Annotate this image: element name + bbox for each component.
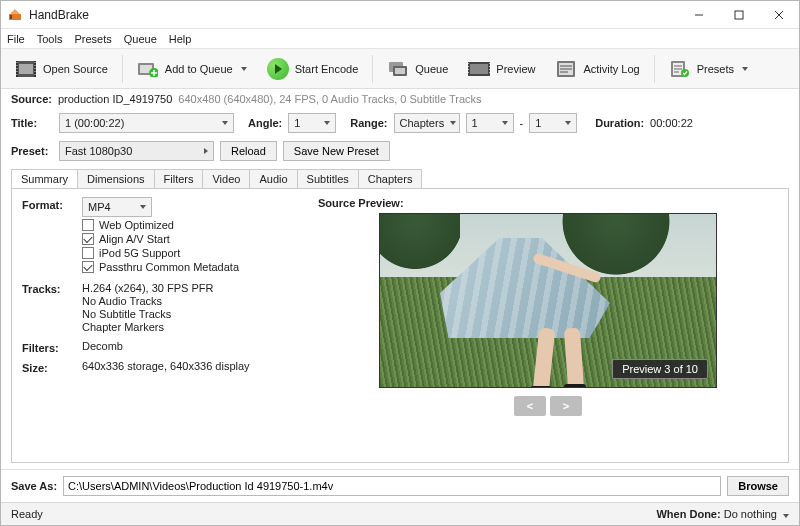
minimize-button[interactable] xyxy=(679,1,719,29)
queue-button[interactable]: Queue xyxy=(379,55,456,83)
size-value: 640x336 storage, 640x336 display xyxy=(82,360,302,372)
svg-rect-18 xyxy=(34,71,36,72)
when-done-select[interactable]: Do nothing xyxy=(724,508,789,520)
tab-summary[interactable]: Summary xyxy=(11,169,78,188)
toolbar: Open Source Add to Queue Start Encode Qu… xyxy=(1,49,799,89)
titlebar: HandBrake xyxy=(1,1,799,29)
when-done-label: When Done: xyxy=(656,508,720,520)
add-to-queue-button[interactable]: Add to Queue xyxy=(129,55,255,83)
activity-log-button[interactable]: Activity Log xyxy=(547,55,647,83)
checkbox-icon xyxy=(82,219,94,231)
align-av-label: Align A/V Start xyxy=(99,233,170,245)
duration-label: Duration: xyxy=(595,117,644,129)
range-sep: - xyxy=(520,117,524,129)
menu-help[interactable]: Help xyxy=(169,33,192,45)
duration-value: 00:00:22 xyxy=(650,117,693,129)
source-row: Source: production ID_4919750 640x480 (6… xyxy=(1,89,799,109)
svg-rect-35 xyxy=(489,72,490,73)
save-as-row: Save As: Browse xyxy=(1,469,799,502)
tracks-list: H.264 (x264), 30 FPS PFR No Audio Tracks… xyxy=(82,281,302,334)
angle-value: 1 xyxy=(294,117,300,129)
source-label: Source: xyxy=(11,93,52,105)
svg-rect-28 xyxy=(468,63,469,64)
preview-next-button[interactable]: > xyxy=(550,396,582,416)
align-av-start-checkbox[interactable]: Align A/V Start xyxy=(82,233,302,245)
preview-prev-button[interactable]: < xyxy=(514,396,546,416)
range-label: Range: xyxy=(350,117,387,129)
preset-select[interactable]: Fast 1080p30 xyxy=(59,141,214,161)
menu-queue[interactable]: Queue xyxy=(124,33,157,45)
tab-subtitles[interactable]: Subtitles xyxy=(297,169,359,188)
preview-icon xyxy=(468,58,490,80)
svg-rect-1 xyxy=(10,15,12,19)
tab-video[interactable]: Video xyxy=(202,169,250,188)
presets-icon xyxy=(669,58,691,80)
save-as-path-input[interactable] xyxy=(63,476,721,496)
reload-button[interactable]: Reload xyxy=(220,141,277,161)
open-source-label: Open Source xyxy=(43,63,108,75)
chevron-down-icon xyxy=(565,121,571,125)
presets-button[interactable]: Presets xyxy=(661,55,756,83)
ipod-5g-checkbox[interactable]: iPod 5G Support xyxy=(82,247,302,259)
tab-dimensions[interactable]: Dimensions xyxy=(77,169,154,188)
preset-value: Fast 1080p30 xyxy=(65,145,132,157)
svg-rect-25 xyxy=(395,68,405,74)
title-value: 1 (00:00:22) xyxy=(65,117,124,129)
source-name: production ID_4919750 xyxy=(58,93,172,105)
preset-label: Preset: xyxy=(11,145,53,157)
angle-select[interactable]: 1 xyxy=(288,113,336,133)
tab-audio[interactable]: Audio xyxy=(249,169,297,188)
svg-rect-14 xyxy=(16,74,18,75)
chevron-down-icon xyxy=(502,121,508,125)
chevron-down-icon xyxy=(324,121,330,125)
format-select[interactable]: MP4 xyxy=(82,197,152,217)
svg-rect-17 xyxy=(34,68,36,69)
menu-file[interactable]: File xyxy=(7,33,25,45)
maximize-button[interactable] xyxy=(719,1,759,29)
title-select[interactable]: 1 (00:00:22) xyxy=(59,113,234,133)
track-line: No Audio Tracks xyxy=(82,295,302,307)
activity-log-label: Activity Log xyxy=(583,63,639,75)
browse-button[interactable]: Browse xyxy=(727,476,789,496)
svg-rect-10 xyxy=(16,62,18,63)
save-as-label: Save As: xyxy=(11,480,57,492)
web-optimized-checkbox[interactable]: Web Optimized xyxy=(82,219,302,231)
window-title: HandBrake xyxy=(29,8,679,22)
passthru-meta-checkbox[interactable]: Passthru Common Metadata xyxy=(82,261,302,273)
tab-filters[interactable]: Filters xyxy=(154,169,204,188)
menu-tools[interactable]: Tools xyxy=(37,33,63,45)
source-preview-image: Preview 3 of 10 xyxy=(379,213,717,388)
svg-rect-19 xyxy=(34,74,36,75)
range-to-select[interactable]: 1 xyxy=(529,113,577,133)
queue-icon xyxy=(387,58,409,80)
svg-rect-32 xyxy=(489,63,490,64)
close-button[interactable] xyxy=(759,1,799,29)
menubar: File Tools Presets Queue Help xyxy=(1,29,799,49)
save-new-preset-button[interactable]: Save New Preset xyxy=(283,141,390,161)
start-encode-button[interactable]: Start Encode xyxy=(259,55,367,83)
svg-rect-29 xyxy=(468,66,469,67)
start-encode-label: Start Encode xyxy=(295,63,359,75)
svg-rect-30 xyxy=(468,69,469,70)
summary-panel: Format: MP4 Web Optimized Align A/V Star… xyxy=(11,188,789,463)
range-from-select[interactable]: 1 xyxy=(466,113,514,133)
track-line: Chapter Markers xyxy=(82,321,302,333)
menu-presets[interactable]: Presets xyxy=(74,33,111,45)
chevron-down-icon xyxy=(783,514,789,518)
tab-chapters[interactable]: Chapters xyxy=(358,169,423,188)
open-source-button[interactable]: Open Source xyxy=(7,55,116,83)
source-meta: 640x480 (640x480), 24 FPS, 0 Audio Track… xyxy=(178,93,481,105)
format-value: MP4 xyxy=(88,201,111,213)
chevron-down-icon xyxy=(450,121,456,125)
range-type-select[interactable]: Chapters xyxy=(394,113,460,133)
svg-rect-27 xyxy=(470,64,488,74)
filters-label: Filters: xyxy=(22,340,82,354)
range-type: Chapters xyxy=(400,117,445,129)
checkbox-checked-icon xyxy=(82,233,94,245)
preview-button[interactable]: Preview xyxy=(460,55,543,83)
svg-rect-13 xyxy=(16,71,18,72)
svg-rect-15 xyxy=(34,62,36,63)
filters-value: Decomb xyxy=(82,340,302,352)
toolbar-divider xyxy=(122,55,123,83)
app-window: HandBrake File Tools Presets Queue Help … xyxy=(0,0,800,526)
